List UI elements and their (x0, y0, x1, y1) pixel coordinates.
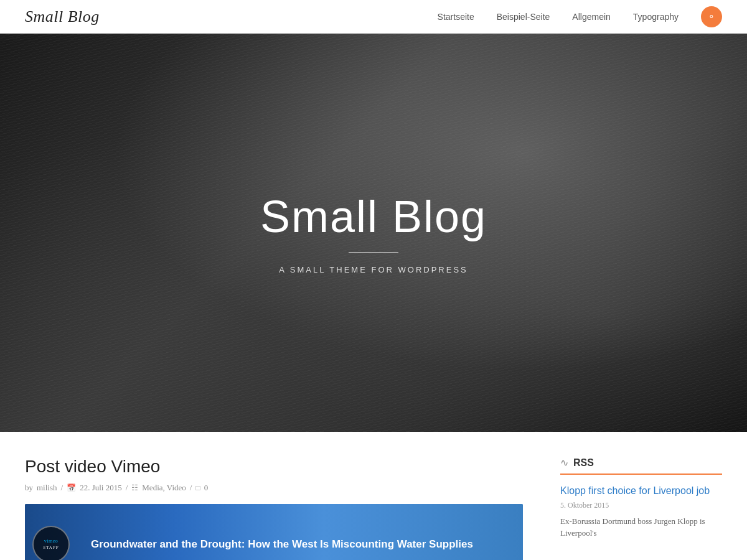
hero-subtitle: A SMALL THEME FOR WORDPRESS (260, 265, 487, 274)
search-button[interactable]: ⚬ (701, 6, 722, 27)
meta-sep1: / (61, 483, 63, 493)
post-categories[interactable]: Media, Video (142, 483, 186, 493)
site-logo[interactable]: Small Blog (25, 7, 100, 26)
rss-post-item: Klopp first choice for Liverpool job 5. … (560, 485, 722, 539)
nav-beispiel-seite[interactable]: Beispiel-Seite (497, 12, 550, 22)
vimeo-badge-text: vimeo STAFF (43, 538, 59, 550)
category-icon: ☷ (131, 483, 138, 493)
post-meta: by milish / 📅 22. Juli 2015 / ☷ Media, V… (25, 483, 523, 493)
calendar-icon: 📅 (67, 483, 76, 493)
main-content: Post video Vimeo by milish / 📅 22. Juli … (25, 457, 560, 560)
search-icon: ⚬ (708, 12, 715, 22)
hero-content: Small Blog A SMALL THEME FOR WORDPRESS (260, 191, 487, 274)
comment-icon: □ (195, 483, 200, 493)
rss-icon: ∿ (560, 457, 568, 469)
post-author[interactable]: milish (37, 483, 57, 493)
video-thumbnail[interactable]: vimeo STAFF Groundwater and the Drought:… (25, 504, 523, 560)
rss-post-excerpt: Ex-Borussia Dortmund boss Jurgen Klopp i… (560, 515, 722, 539)
nav-allgemein[interactable]: Allgemein (572, 12, 610, 22)
post-title[interactable]: Post video Vimeo (25, 457, 523, 477)
staff-text: STAFF (43, 545, 59, 551)
meta-sep2: / (126, 483, 128, 493)
nav-typography[interactable]: Typography (633, 12, 679, 22)
video-headline: Groundwater and the Drought: How the Wes… (81, 504, 523, 560)
rss-widget-title: RSS (573, 457, 594, 469)
vimeo-badge: vimeo STAFF (32, 526, 70, 560)
main-nav: Startseite Beispiel-Seite Allgemein Typo… (438, 6, 722, 27)
hero-title: Small Blog (260, 191, 487, 242)
post-by: by (25, 483, 33, 493)
hero-section: Small Blog A SMALL THEME FOR WORDPRESS (0, 34, 747, 432)
video-headline-text: Groundwater and the Drought: How the Wes… (91, 538, 473, 551)
post-comments[interactable]: 0 (204, 483, 209, 493)
rss-post-date: 5. Oktober 2015 (560, 501, 722, 510)
vimeo-text: vimeo (43, 538, 59, 544)
content-area: Post video Vimeo by milish / 📅 22. Juli … (0, 432, 747, 560)
rss-widget-header: ∿ RSS (560, 457, 722, 475)
nav-startseite[interactable]: Startseite (438, 12, 474, 22)
sidebar: ∿ RSS Klopp first choice for Liverpool j… (560, 457, 722, 560)
meta-sep3: / (190, 483, 192, 493)
post-date: 22. Juli 2015 (80, 483, 122, 493)
site-header: Small Blog Startseite Beispiel-Seite All… (0, 0, 747, 34)
hero-divider (349, 252, 398, 253)
rss-post-title[interactable]: Klopp first choice for Liverpool job (560, 485, 722, 498)
